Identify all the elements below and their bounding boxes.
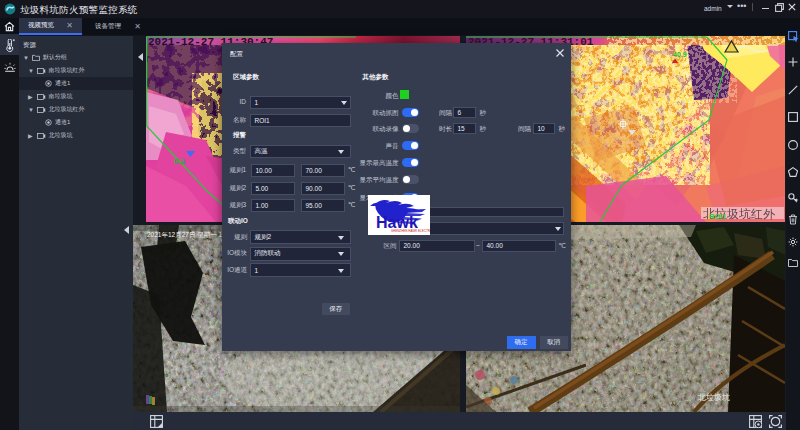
svg-text:40.9: 40.9 <box>673 51 687 58</box>
svg-text:0.3: 0.3 <box>174 157 186 166</box>
svg-text:北垃圾坑: 北垃圾坑 <box>697 393 730 402</box>
svg-text:ROI1: ROI1 <box>709 212 727 221</box>
svg-text:SHENZHEN HAWK ELECTRONIC CO.,L: SHENZHEN HAWK ELECTRONIC CO.,LT <box>391 229 430 233</box>
